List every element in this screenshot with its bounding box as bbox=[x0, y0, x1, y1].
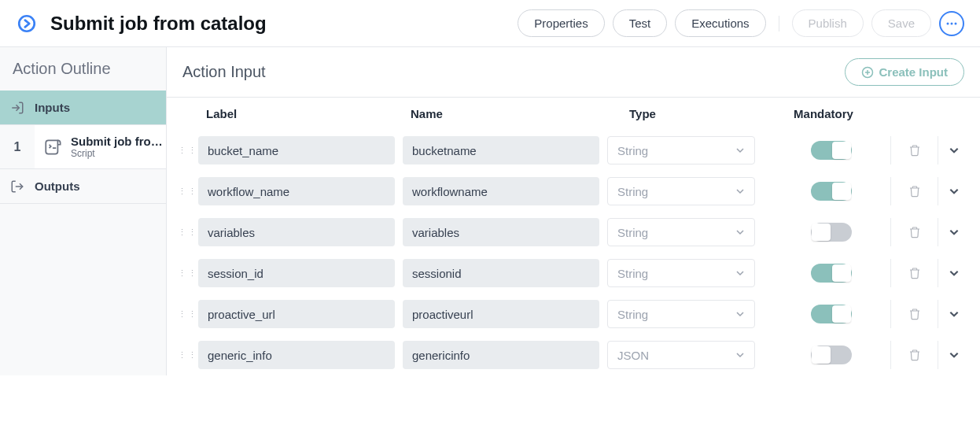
drag-handle-icon[interactable]: ⋮⋮ bbox=[178, 227, 198, 238]
executions-button[interactable]: Executions bbox=[675, 9, 765, 37]
delete-button[interactable] bbox=[890, 177, 938, 205]
type-select[interactable]: String bbox=[607, 218, 755, 246]
svg-point-0 bbox=[19, 16, 35, 31]
table-row: ⋮⋮ String bbox=[167, 171, 980, 212]
trash-icon bbox=[908, 267, 921, 279]
chevron-down-icon bbox=[949, 309, 960, 320]
table-header: Label Name Type Mandatory bbox=[167, 98, 980, 130]
chevron-down-icon bbox=[949, 227, 960, 238]
create-input-button[interactable]: Create Input bbox=[845, 58, 964, 86]
col-mandatory: Mandatory bbox=[764, 107, 882, 120]
script-icon bbox=[39, 137, 68, 157]
trash-icon bbox=[908, 308, 921, 320]
type-select[interactable]: String bbox=[607, 259, 755, 287]
expand-button[interactable] bbox=[938, 218, 969, 246]
type-value: String bbox=[617, 308, 648, 321]
mandatory-toggle[interactable] bbox=[811, 305, 852, 323]
sidebar-item-inputs[interactable]: Inputs bbox=[0, 91, 166, 125]
main-title: Action Input bbox=[182, 63, 266, 81]
type-select[interactable]: String bbox=[607, 300, 755, 328]
sidebar: Action Outline Inputs 1 Submit job fro… … bbox=[0, 47, 167, 375]
expand-button[interactable] bbox=[938, 136, 969, 164]
col-name: Name bbox=[403, 107, 607, 120]
login-icon bbox=[0, 101, 35, 115]
name-input[interactable] bbox=[403, 341, 599, 369]
header-buttons: Properties Test Executions Publish Save bbox=[518, 9, 964, 37]
mandatory-toggle[interactable] bbox=[811, 141, 852, 160]
delete-button[interactable] bbox=[890, 136, 938, 164]
caret-down-icon bbox=[735, 227, 745, 237]
app-logo-icon bbox=[16, 13, 38, 35]
chevron-down-icon bbox=[949, 268, 960, 279]
expand-button[interactable] bbox=[938, 300, 969, 328]
name-input[interactable] bbox=[403, 218, 599, 246]
drag-handle-icon[interactable]: ⋮⋮ bbox=[178, 146, 198, 156]
label-input[interactable] bbox=[198, 136, 395, 164]
mandatory-toggle[interactable] bbox=[811, 223, 852, 242]
expand-button[interactable] bbox=[938, 341, 969, 369]
label-input[interactable] bbox=[198, 177, 395, 205]
delete-button[interactable] bbox=[890, 259, 938, 287]
table-row: ⋮⋮ JSON bbox=[167, 334, 980, 375]
sidebar-step[interactable]: 1 Submit job fro… Script bbox=[0, 125, 166, 169]
label-input[interactable] bbox=[198, 259, 395, 287]
sidebar-item-outputs[interactable]: Outputs bbox=[0, 169, 166, 204]
publish-button: Publish bbox=[792, 9, 864, 37]
more-button[interactable] bbox=[939, 11, 964, 36]
name-input[interactable] bbox=[403, 300, 599, 328]
properties-button[interactable]: Properties bbox=[518, 9, 604, 37]
trash-icon bbox=[908, 226, 921, 238]
drag-handle-icon[interactable]: ⋮⋮ bbox=[178, 268, 198, 279]
type-select[interactable]: String bbox=[607, 177, 755, 205]
delete-button[interactable] bbox=[890, 341, 938, 369]
type-value: String bbox=[617, 226, 648, 239]
label-input[interactable] bbox=[198, 300, 395, 328]
delete-button[interactable] bbox=[890, 300, 938, 328]
header: Submit job from catalog Properties Test … bbox=[0, 0, 980, 47]
name-input[interactable] bbox=[403, 259, 599, 287]
divider bbox=[779, 16, 779, 31]
type-value: String bbox=[617, 267, 648, 280]
trash-icon bbox=[908, 349, 921, 361]
mandatory-toggle[interactable] bbox=[811, 346, 852, 364]
col-type: Type bbox=[607, 107, 764, 120]
page-title: Submit job from catalog bbox=[50, 13, 267, 35]
table-row: ⋮⋮ String bbox=[167, 130, 980, 171]
name-input[interactable] bbox=[403, 177, 599, 205]
expand-button[interactable] bbox=[938, 177, 969, 205]
drag-handle-icon[interactable]: ⋮⋮ bbox=[178, 350, 198, 360]
svg-point-3 bbox=[955, 22, 957, 24]
table-row: ⋮⋮ String bbox=[167, 294, 980, 334]
plus-circle-icon bbox=[861, 66, 874, 79]
svg-point-2 bbox=[951, 22, 953, 24]
table-row: ⋮⋮ String bbox=[167, 212, 980, 253]
expand-button[interactable] bbox=[938, 259, 969, 287]
caret-down-icon bbox=[735, 187, 745, 196]
mandatory-toggle[interactable] bbox=[811, 182, 852, 201]
main: Action Input Create Input Label Name Typ… bbox=[167, 47, 980, 375]
mandatory-toggle[interactable] bbox=[811, 264, 852, 283]
drag-handle-icon[interactable]: ⋮⋮ bbox=[178, 187, 198, 197]
step-title: Submit job fro… bbox=[71, 135, 166, 148]
name-input[interactable] bbox=[403, 136, 599, 164]
sidebar-item-label: Inputs bbox=[35, 101, 70, 114]
svg-point-1 bbox=[947, 22, 949, 24]
label-input[interactable] bbox=[198, 218, 395, 246]
drag-handle-icon[interactable]: ⋮⋮ bbox=[178, 309, 198, 320]
step-index: 1 bbox=[0, 125, 35, 168]
caret-down-icon bbox=[735, 309, 745, 319]
chevron-down-icon bbox=[949, 349, 960, 360]
chevron-down-icon bbox=[949, 186, 960, 197]
delete-button[interactable] bbox=[890, 218, 938, 246]
type-select[interactable]: JSON bbox=[607, 341, 755, 369]
save-button: Save bbox=[871, 9, 931, 37]
table-row: ⋮⋮ String bbox=[167, 253, 980, 294]
logout-icon bbox=[0, 179, 35, 194]
caret-down-icon bbox=[735, 350, 745, 360]
type-value: JSON bbox=[617, 349, 649, 362]
label-input[interactable] bbox=[198, 341, 395, 369]
caret-down-icon bbox=[735, 268, 745, 278]
type-select[interactable]: String bbox=[607, 136, 755, 164]
chevron-down-icon bbox=[949, 145, 960, 156]
test-button[interactable]: Test bbox=[613, 9, 668, 37]
